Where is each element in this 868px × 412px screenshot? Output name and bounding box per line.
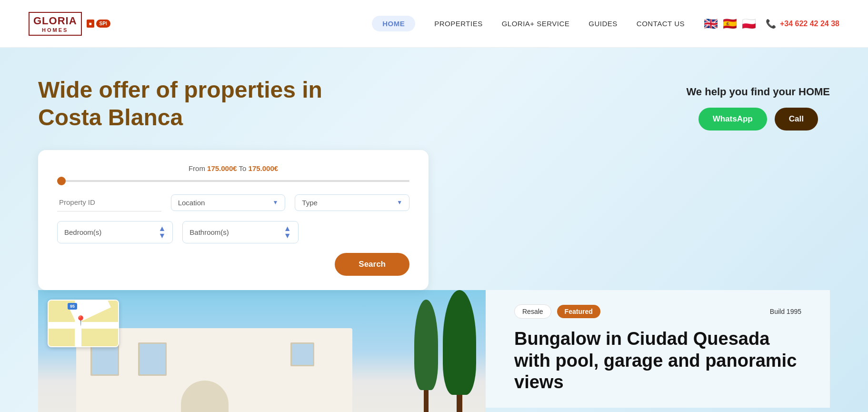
property-id-input[interactable] — [57, 193, 161, 211]
badge-resale: Resale — [514, 304, 551, 319]
bedrooms-label: Bedroom(s) — [64, 228, 101, 236]
price-from-value: 175.000€ — [207, 164, 237, 172]
type-select-wrap: Type ▼ — [295, 194, 409, 211]
property-info: Resale Featured Build 1995 Bungalow in C… — [486, 290, 830, 408]
tree2 — [414, 300, 438, 412]
map-route-badge: 95 — [68, 303, 77, 310]
hero-right: We help you find your HOME WhatsApp Call — [687, 76, 830, 131]
bedrooms-stepper: Bedroom(s) ▲ ▼ — [57, 221, 173, 243]
nav-guides[interactable]: GUIDES — [589, 20, 618, 28]
search-btn-row: Search — [57, 253, 409, 276]
search-row-2: Bedroom(s) ▲ ▼ Bathroom(s) ▲ ▼ — [57, 221, 409, 243]
logo-box: GLORIA HOMES — [29, 12, 82, 36]
property-image: 95 📍 — [38, 290, 486, 412]
window3 — [290, 342, 314, 366]
property-badges: Resale Featured Build 1995 — [514, 304, 801, 319]
location-select[interactable]: Location — [178, 199, 271, 207]
tree-top-1 — [443, 290, 476, 395]
logo-homes: HOMES — [42, 27, 68, 33]
bedrooms-stepper-btn[interactable]: ▲ ▼ — [158, 225, 166, 239]
bathrooms-stepper: Bathroom(s) ▲ ▼ — [182, 221, 298, 243]
nav-contact[interactable]: CONTACT US — [637, 20, 685, 28]
type-dropdown-icon: ▼ — [397, 199, 402, 206]
location-select-wrap: Location ▼ — [171, 194, 286, 211]
hero-top: Wide offer of properties in Costa Blanca… — [38, 76, 830, 131]
whatsapp-button[interactable]: WhatsApp — [698, 108, 767, 131]
price-slider[interactable] — [57, 180, 409, 182]
phone-area: 📞 +34 622 42 24 38 — [766, 19, 839, 29]
nav-properties[interactable]: PROPERTIES — [434, 20, 482, 28]
call-button[interactable]: Call — [775, 108, 818, 131]
badge-build: Build 1995 — [770, 308, 801, 315]
location-dropdown-icon: ▼ — [272, 199, 278, 206]
logo-area: GLORIA HOMES ■ SPI — [29, 12, 110, 36]
map-thumbnail[interactable]: 95 📍 — [48, 300, 119, 347]
range-filled — [57, 180, 409, 182]
flag-spain[interactable]: 🇪🇸 — [723, 17, 737, 30]
price-prefix: From — [189, 164, 205, 172]
tree1 — [443, 290, 476, 412]
bathrooms-stepper-btn[interactable]: ▲ ▼ — [284, 225, 291, 239]
hero-subtitle: We help you find your HOME — [687, 86, 830, 98]
hero-title: Wide offer of properties in Costa Blanca — [38, 76, 324, 131]
tree-trunk-2 — [424, 390, 429, 412]
phone-icon: 📞 — [766, 19, 776, 29]
tree-trunk-1 — [457, 395, 462, 412]
window2 — [138, 342, 167, 376]
search-button[interactable]: Search — [335, 253, 409, 276]
nav-gloria-service[interactable]: GLORIA+ SERVICE — [502, 20, 570, 28]
bottom-section: 95 📍 Resale Featured Build 1995 Bungalow… — [38, 290, 830, 412]
map-pin-icon: 📍 — [75, 315, 87, 326]
tree-top-2 — [414, 300, 438, 390]
type-select[interactable]: Type — [302, 199, 395, 207]
trees-area — [381, 290, 486, 412]
price-to-label-text: To — [239, 164, 247, 172]
hero-buttons: WhatsApp Call — [698, 108, 818, 131]
property-title: Bungalow in Ciudad Quesada with pool, ga… — [514, 328, 800, 393]
header: GLORIA HOMES ■ SPI HOME PROPERTIES GLORI… — [0, 0, 868, 48]
nav-home[interactable]: HOME — [372, 16, 415, 31]
map-bg: 95 📍 — [49, 301, 118, 346]
main-nav: HOME PROPERTIES GLORIA+ SERVICE GUIDES C… — [372, 16, 685, 31]
price-range-label: From 175.000€ To 175.000€ — [57, 164, 409, 172]
logo-badge1: ■ — [87, 20, 94, 28]
hero-section: Wide offer of properties in Costa Blanca… — [0, 48, 868, 412]
range-track — [57, 180, 409, 182]
language-flags: 🇬🇧 🇪🇸 🇵🇱 — [704, 17, 756, 30]
window1 — [90, 342, 119, 376]
arch-door — [181, 381, 229, 412]
flag-uk[interactable]: 🇬🇧 — [704, 17, 718, 30]
search-row-1: Location ▼ Type ▼ — [57, 193, 409, 211]
chevron-down-icon: ▼ — [158, 232, 166, 239]
flag-poland[interactable]: 🇵🇱 — [742, 17, 756, 30]
phone-number[interactable]: +34 622 42 24 38 — [780, 20, 839, 28]
logo-gloria: GLORIA — [33, 15, 77, 27]
range-thumb[interactable] — [57, 177, 66, 185]
bathrooms-label: Bathroom(s) — [190, 228, 229, 236]
price-to-value: 175.000€ — [249, 164, 279, 172]
badge-featured: Featured — [557, 305, 600, 318]
chevron-down-icon2: ▼ — [284, 232, 291, 239]
search-box: From 175.000€ To 175.000€ Location ▼ — [38, 150, 429, 290]
logo-badge2: SPI — [96, 20, 110, 28]
